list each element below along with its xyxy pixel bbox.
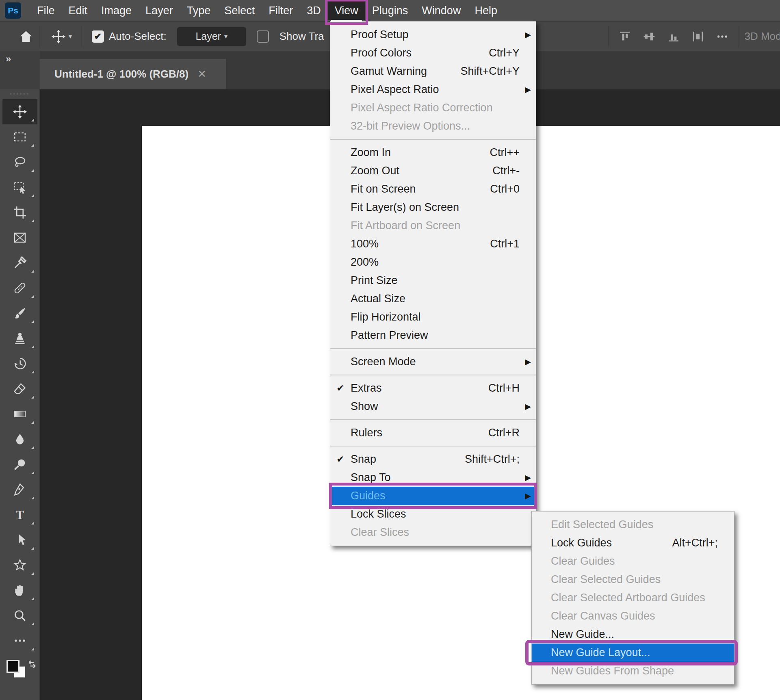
menubar-item-image[interactable]: Image xyxy=(94,2,139,20)
swap-colors-icon[interactable] xyxy=(27,659,37,671)
menu-item-shortcut: Ctrl+R xyxy=(488,427,520,439)
menubar-item-file[interactable]: File xyxy=(30,2,62,20)
menu-item-100[interactable]: 100%Ctrl+1 xyxy=(330,235,536,253)
menubar-item-edit[interactable]: Edit xyxy=(62,2,95,20)
tab-close-icon[interactable]: ✕ xyxy=(197,68,206,80)
menubar-item-3d[interactable]: 3D xyxy=(300,2,328,20)
separator xyxy=(739,26,739,47)
pen-tool[interactable] xyxy=(2,477,37,502)
menu-item-snap[interactable]: ✔SnapShift+Ctrl+; xyxy=(330,450,536,468)
more-options-icon[interactable] xyxy=(716,30,729,43)
zoom-tool[interactable] xyxy=(2,603,37,628)
menu-item-snap-to[interactable]: Snap To▶ xyxy=(330,468,536,487)
panel-collapse-chevrons[interactable]: » xyxy=(0,51,40,89)
type-tool[interactable]: T xyxy=(2,502,37,527)
panel-grip[interactable]: •••••• xyxy=(10,92,30,96)
home-icon[interactable] xyxy=(19,29,33,44)
menu-item-zoom-out[interactable]: Zoom OutCtrl+- xyxy=(330,162,536,180)
menu-item-label: Extras xyxy=(351,382,477,394)
menu-item-actual-size[interactable]: Actual Size xyxy=(330,290,536,308)
document-tab[interactable]: Untitled-1 @ 100% (RGB/8) ✕ xyxy=(40,59,226,89)
auto-select-target-dropdown[interactable]: Layer ▾ xyxy=(177,27,246,46)
menu-item-label: Pattern Preview xyxy=(351,329,508,342)
menu-item-extras[interactable]: ✔ExtrasCtrl+H xyxy=(330,379,536,397)
menubar-item-select[interactable]: Select xyxy=(217,2,262,20)
menu-item-new-guide-layout[interactable]: New Guide Layout... xyxy=(532,644,734,662)
rectangular-marquee-icon xyxy=(13,130,27,144)
distribute-horizontal-icon[interactable] xyxy=(691,30,704,43)
menu-item-flip-horizontal[interactable]: Flip Horizontal xyxy=(330,308,536,326)
frame-tool[interactable] xyxy=(2,225,37,250)
align-vertical-centers-icon[interactable] xyxy=(643,30,656,43)
menubar-item-type[interactable]: Type xyxy=(180,2,218,20)
flyout-indicator xyxy=(31,371,34,373)
menu-item-lock-guides[interactable]: Lock GuidesAlt+Ctrl+; xyxy=(532,534,734,552)
gradient-tool[interactable] xyxy=(2,401,37,427)
menu-item-proof-setup[interactable]: Proof Setup▶ xyxy=(330,26,536,44)
crop-tool[interactable] xyxy=(2,200,37,225)
menu-item-rulers[interactable]: RulersCtrl+R xyxy=(330,424,536,442)
custom-shape-tool[interactable] xyxy=(2,553,37,578)
auto-select-checkbox[interactable]: ✔ xyxy=(92,30,104,43)
lasso-tool[interactable] xyxy=(2,150,37,175)
menu-item-fit-layer-s-on-screen[interactable]: Fit Layer(s) on Screen xyxy=(330,198,536,217)
blur-tool[interactable] xyxy=(2,427,37,452)
menu-item-pixel-aspect-ratio[interactable]: Pixel Aspect Ratio▶ xyxy=(330,80,536,99)
eyedropper-tool[interactable] xyxy=(2,250,37,275)
chevron-down-icon[interactable]: ▾ xyxy=(69,33,72,40)
menu-item-pixel-aspect-ratio-correction[interactable]: Pixel Aspect Ratio Correction xyxy=(330,99,536,117)
menu-item-new-guides-from-shape[interactable]: New Guides From Shape xyxy=(532,662,734,680)
menu-item-clear-guides[interactable]: Clear Guides xyxy=(532,552,734,570)
brush-tool[interactable] xyxy=(2,301,37,326)
menu-item-print-size[interactable]: Print Size xyxy=(330,271,536,290)
flyout-indicator xyxy=(31,219,34,222)
move-tool-options-icon[interactable] xyxy=(52,30,65,43)
menu-item-gamut-warning[interactable]: Gamut WarningShift+Ctrl+Y xyxy=(330,62,536,80)
hand-tool[interactable] xyxy=(2,578,37,603)
menu-item-new-guide[interactable]: New Guide... xyxy=(532,625,734,644)
menu-item-200[interactable]: 200% xyxy=(330,253,536,271)
menu-item-clear-canvas-guides[interactable]: Clear Canvas Guides xyxy=(532,607,734,625)
path-selection-tool[interactable] xyxy=(2,527,37,553)
dodge-tool[interactable] xyxy=(2,452,37,477)
menu-item-clear-selected-guides[interactable]: Clear Selected Guides xyxy=(532,570,734,589)
menubar-item-help[interactable]: Help xyxy=(468,2,504,20)
menu-item-pattern-preview[interactable]: Pattern Preview xyxy=(330,326,536,345)
menu-item-label: Clear Selected Artboard Guides xyxy=(551,592,706,604)
menubar-item-plugins[interactable]: Plugins xyxy=(365,2,415,20)
menu-item-show[interactable]: Show▶ xyxy=(330,397,536,416)
align-top-edges-icon[interactable] xyxy=(618,30,631,43)
menu-item-lock-slices[interactable]: Lock Slices xyxy=(330,505,536,523)
align-vertical-centers-icon xyxy=(643,30,656,43)
show-transform-checkbox[interactable] xyxy=(257,30,269,43)
align-bottom-edges-icon[interactable] xyxy=(667,30,680,43)
move-tool[interactable] xyxy=(2,99,37,124)
rectangular-marquee-tool[interactable] xyxy=(2,124,37,150)
menubar-item-filter[interactable]: Filter xyxy=(262,2,300,20)
menu-item-edit-selected-guides[interactable]: Edit Selected Guides xyxy=(532,516,734,534)
menu-item-label: Fit Artboard on Screen xyxy=(351,219,508,232)
menu-item-clear-selected-artboard-guides[interactable]: Clear Selected Artboard Guides xyxy=(532,589,734,607)
menu-item-clear-slices[interactable]: Clear Slices xyxy=(330,523,536,542)
foreground-color-swatch[interactable] xyxy=(6,660,20,673)
menu-item-zoom-in[interactable]: Zoom InCtrl++ xyxy=(330,143,536,162)
menu-item-guides[interactable]: Guides▶ xyxy=(330,487,536,505)
menu-item-fit-artboard-on-screen[interactable]: Fit Artboard on Screen xyxy=(330,217,536,235)
menubar-item-window[interactable]: Window xyxy=(415,2,468,20)
history-brush-tool[interactable] xyxy=(2,351,37,376)
distribute-horizontal-icon xyxy=(691,30,704,43)
eraser-tool[interactable] xyxy=(2,376,37,401)
edit-toolbar-tool[interactable] xyxy=(2,628,37,653)
menubar-item-view[interactable]: View xyxy=(328,2,365,20)
gradient-icon xyxy=(13,407,27,421)
menu-item-fit-on-screen[interactable]: Fit on ScreenCtrl+0 xyxy=(330,180,536,198)
menubar-item-layer[interactable]: Layer xyxy=(139,2,180,20)
clone-stamp-tool[interactable] xyxy=(2,326,37,351)
menu-item-proof-colors[interactable]: Proof ColorsCtrl+Y xyxy=(330,44,536,62)
crop-icon xyxy=(13,206,27,219)
menu-item-32-bit-preview-options[interactable]: 32-bit Preview Options... xyxy=(330,117,536,135)
menu-item-screen-mode[interactable]: Screen Mode▶ xyxy=(330,353,536,371)
menu-item-shortcut: Ctrl+0 xyxy=(490,183,520,195)
object-selection-tool[interactable] xyxy=(2,175,37,200)
healing-brush-tool[interactable] xyxy=(2,275,37,301)
